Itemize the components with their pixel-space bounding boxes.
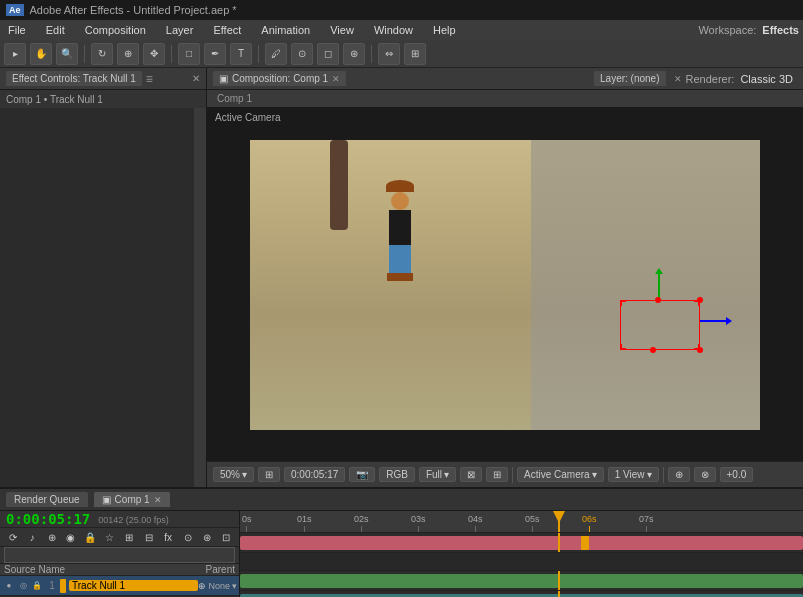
comp1-close[interactable]: ✕ bbox=[154, 495, 162, 505]
comp-close-icon[interactable]: ✕ bbox=[332, 74, 340, 84]
tl-lock-btn[interactable]: 🔒 bbox=[82, 528, 99, 546]
comp-icon: ▣ bbox=[219, 73, 228, 84]
layer1-solo[interactable]: ◎ bbox=[16, 579, 30, 593]
snapshot-btn[interactable]: 📷 bbox=[349, 467, 375, 482]
tool-rotate[interactable]: ↻ bbox=[91, 43, 113, 65]
tool-pan[interactable]: ✥ bbox=[143, 43, 165, 65]
timeline-toolbar: ⟳ ♪ ⊕ ◉ 🔒 ☆ ⊞ ⊟ fx ⊙ ⊛ ⊡ bbox=[0, 528, 239, 547]
render-shortcuts[interactable]: ⊕ bbox=[668, 467, 690, 482]
reset-exposure[interactable]: +0.0 bbox=[720, 467, 754, 482]
track-area bbox=[240, 533, 803, 597]
tl-motion-btn[interactable]: ⊙ bbox=[179, 528, 196, 546]
tool-select[interactable]: ▸ bbox=[4, 43, 26, 65]
timeline-header: Render Queue ▣ Comp 1 ✕ bbox=[0, 489, 803, 511]
track-row-1 bbox=[240, 533, 803, 553]
tl-mode-btn[interactable]: ⊟ bbox=[140, 528, 157, 546]
layer-list: ● ◎ 🔒 1 Track Null 1 ⊕ None ▾ ⊡ Scale bbox=[0, 576, 239, 597]
menu-effect[interactable]: Effect bbox=[209, 22, 245, 38]
layer-panel-tab[interactable]: Layer: (none) bbox=[594, 71, 665, 86]
tool-text[interactable]: T bbox=[230, 43, 252, 65]
composition-tab[interactable]: ▣ Composition: Comp 1 ✕ bbox=[213, 71, 346, 86]
tl-loop-btn[interactable]: ⟳ bbox=[4, 528, 21, 546]
composition-header: ▣ Composition: Comp 1 ✕ Layer: (none) ✕ … bbox=[207, 68, 803, 90]
timecode: 0:00:05:17 bbox=[6, 511, 90, 527]
tl-guide-btn[interactable]: ⊡ bbox=[218, 528, 235, 546]
tl-solo-btn[interactable]: ◉ bbox=[62, 528, 79, 546]
tl-collapse-btn[interactable]: ⊞ bbox=[121, 528, 138, 546]
tool-zoom[interactable]: 🔍 bbox=[56, 43, 78, 65]
tool-orbit[interactable]: ⊕ bbox=[117, 43, 139, 65]
tl-adjust-btn[interactable]: ⊛ bbox=[198, 528, 215, 546]
transparency-btn[interactable]: ⊞ bbox=[486, 467, 508, 482]
left-panel-content bbox=[0, 108, 206, 487]
tool-stamp[interactable]: ⊙ bbox=[291, 43, 313, 65]
comp1-icon: ▣ bbox=[102, 494, 111, 505]
ruler-03s: 03s bbox=[411, 514, 426, 532]
layer1-visibility[interactable]: ● bbox=[2, 579, 16, 593]
title-text: Adobe After Effects - Untitled Project.a… bbox=[30, 4, 237, 16]
main-area: Effect Controls: Track Null 1 ≡ ✕ Comp 1… bbox=[0, 68, 803, 487]
layer1-num: 1 bbox=[44, 580, 60, 591]
menu-file[interactable]: File bbox=[4, 22, 30, 38]
menu-help[interactable]: Help bbox=[429, 22, 460, 38]
center-panel: ▣ Composition: Comp 1 ✕ Layer: (none) ✕ … bbox=[207, 68, 803, 487]
canvas-area[interactable] bbox=[250, 140, 760, 430]
menu-edit[interactable]: Edit bbox=[42, 22, 69, 38]
render-queue-tab[interactable]: Render Queue bbox=[6, 492, 88, 507]
layer-panel-close[interactable]: ✕ bbox=[674, 74, 682, 84]
show-channel[interactable]: RGB bbox=[379, 467, 415, 482]
comp-flow-btn[interactable]: ⊗ bbox=[694, 467, 716, 482]
tool-pen[interactable]: ✒ bbox=[204, 43, 226, 65]
tool-camera3d[interactable]: ⊞ bbox=[404, 43, 426, 65]
ruler-06s: 06s bbox=[582, 514, 597, 532]
panel-close-icon[interactable]: ✕ bbox=[192, 73, 200, 84]
effect-controls-tab[interactable]: Effect Controls: Track Null 1 bbox=[6, 71, 142, 86]
layer-row-1[interactable]: ● ◎ 🔒 1 Track Null 1 ⊕ None ▾ bbox=[0, 576, 239, 596]
renderer-label: Renderer: bbox=[686, 73, 735, 85]
views-dropdown[interactable]: 1 View ▾ bbox=[608, 467, 659, 482]
menu-animation[interactable]: Animation bbox=[257, 22, 314, 38]
track-sub-scale bbox=[240, 553, 803, 571]
comp-name-bar: Comp 1 bbox=[207, 90, 803, 108]
menu-composition[interactable]: Composition bbox=[81, 22, 150, 38]
workspace-name: Effects bbox=[762, 24, 799, 36]
timeline-right: 0s 01s 02s 03s 04s bbox=[240, 511, 803, 597]
tool-hand[interactable]: ✋ bbox=[30, 43, 52, 65]
tl-overlay-btn[interactable]: ⊕ bbox=[43, 528, 60, 546]
tool-rect[interactable]: □ bbox=[178, 43, 200, 65]
comp1-tab[interactable]: ▣ Comp 1 ✕ bbox=[94, 492, 170, 507]
panel-menu-icon[interactable]: ≡ bbox=[146, 72, 153, 86]
timeline-ruler[interactable]: 0s 01s 02s 03s 04s bbox=[240, 511, 803, 533]
app-icon: Ae bbox=[6, 4, 24, 16]
ruler-05s: 05s bbox=[525, 514, 540, 532]
camera-dropdown[interactable]: Active Camera ▾ bbox=[517, 467, 604, 482]
track-bar-1 bbox=[240, 536, 803, 550]
tool-eraser[interactable]: ◻ bbox=[317, 43, 339, 65]
breadcrumb: Comp 1 • Track Null 1 bbox=[0, 90, 206, 108]
ruler-02s: 02s bbox=[354, 514, 369, 532]
layer1-parent[interactable]: None bbox=[208, 581, 230, 591]
viewport-controls: 50% ▾ ⊞ 0:00:05:17 📷 RGB Full ▾ ⊠ ⊞ Acti… bbox=[207, 461, 803, 487]
menu-layer[interactable]: Layer bbox=[162, 22, 198, 38]
tl-fx-btn[interactable]: fx bbox=[159, 528, 176, 546]
tool-move3d[interactable]: ⇔ bbox=[378, 43, 400, 65]
person-figure bbox=[380, 180, 420, 280]
left-scrollbar[interactable] bbox=[194, 108, 206, 487]
track-row-2 bbox=[240, 571, 803, 591]
region-btn[interactable]: ⊠ bbox=[460, 467, 482, 482]
frame-rate: 00142 (25.00 fps) bbox=[98, 515, 169, 525]
layer1-lock[interactable]: 🔒 bbox=[30, 579, 44, 593]
tool-puppet[interactable]: ⊛ bbox=[343, 43, 365, 65]
quality-control[interactable]: ⊞ bbox=[258, 467, 280, 482]
quality-dropdown[interactable]: Full ▾ bbox=[419, 467, 456, 482]
menu-view[interactable]: View bbox=[326, 22, 358, 38]
tl-audio-btn[interactable]: ♪ bbox=[23, 528, 40, 546]
track-bar-2 bbox=[240, 574, 803, 588]
preview-time[interactable]: 0:00:05:17 bbox=[284, 467, 345, 482]
menu-window[interactable]: Window bbox=[370, 22, 417, 38]
tl-shy-btn[interactable]: ☆ bbox=[101, 528, 118, 546]
tool-brush[interactable]: 🖊 bbox=[265, 43, 287, 65]
search-input[interactable] bbox=[4, 547, 235, 563]
toolbar: ▸ ✋ 🔍 ↻ ⊕ ✥ □ ✒ T 🖊 ⊙ ◻ ⊛ ⇔ ⊞ bbox=[0, 40, 803, 68]
zoom-control[interactable]: 50% ▾ bbox=[213, 467, 254, 482]
